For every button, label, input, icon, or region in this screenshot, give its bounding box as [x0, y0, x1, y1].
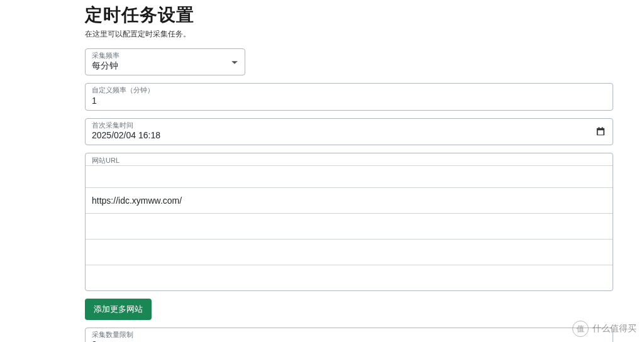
first-collect-time-label: 首次采集时间	[92, 121, 606, 130]
frequency-label: 采集频率	[92, 52, 238, 60]
collect-limit-input[interactable]	[92, 339, 606, 342]
url-input-0[interactable]	[86, 166, 613, 187]
page-title: 定时任务设置	[85, 3, 613, 27]
url-input-2[interactable]	[86, 214, 613, 239]
collect-limit-label: 采集数量限制	[92, 331, 606, 339]
url-row	[86, 187, 613, 213]
url-group: 网站URL	[85, 153, 613, 291]
url-group-label: 网站URL	[86, 153, 613, 165]
url-row	[86, 265, 613, 290]
first-collect-time-input[interactable]	[92, 130, 606, 141]
frequency-value: 每分钟	[92, 60, 238, 71]
page-subtitle: 在这里可以配置定时采集任务。	[85, 29, 613, 40]
frequency-select-wrap[interactable]: 采集频率 每分钟	[85, 48, 245, 75]
collect-limit-field[interactable]: 采集数量限制	[85, 328, 613, 342]
custom-frequency-label: 自定义频率（分钟）	[92, 86, 606, 94]
url-row	[86, 165, 613, 187]
custom-frequency-field[interactable]: 自定义频率（分钟）	[85, 83, 613, 110]
add-more-sites-button[interactable]: 添加更多网站	[85, 299, 152, 320]
url-input-4[interactable]	[86, 265, 613, 290]
url-input-3[interactable]	[86, 240, 613, 265]
custom-frequency-input[interactable]	[92, 95, 606, 106]
first-collect-time-field[interactable]: 首次采集时间	[85, 118, 613, 145]
url-row	[86, 213, 613, 239]
url-row	[86, 239, 613, 265]
url-input-1[interactable]	[86, 188, 613, 213]
